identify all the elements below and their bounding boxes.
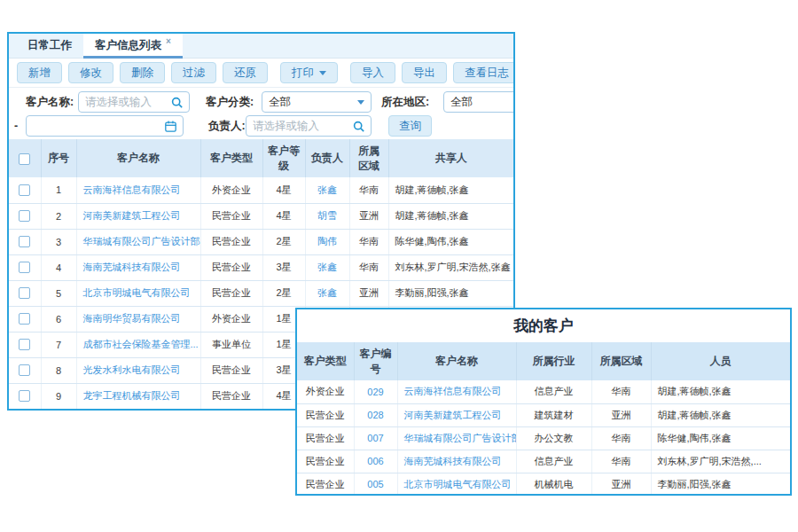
search-icon[interactable] [171,97,183,108]
search-icon[interactable] [353,121,364,132]
tab-daily-work[interactable]: 日常工作 [16,34,83,58]
customer-no-link[interactable]: 029 [354,380,397,403]
tab-label: 客户信息列表 [95,38,161,53]
owner-link[interactable]: 胡雪 [305,203,349,229]
print-button[interactable]: 打印 [280,62,338,83]
customer-name-link[interactable]: 云南海祥信息有限公司 [397,380,516,403]
col-header-region: 所属 区域 [349,139,388,177]
category-select[interactable]: 全部 [262,91,372,113]
calendar-icon[interactable] [165,121,176,132]
customer-name-link[interactable]: 海南明华贸易有限公司 [76,306,200,332]
chevron-down-icon [357,100,364,105]
people-cell: 李勤丽,阳强,张鑫 [651,473,790,496]
customer-name-link[interactable]: 华瑞城有限公司广告设计部 [76,229,200,254]
customer-level-cell: 4星 [262,203,305,229]
row-checkbox[interactable] [19,287,30,299]
customer-name-link[interactable]: 龙宇工程机械有限公司 [76,383,200,409]
row-checkbox[interactable] [19,236,30,247]
customer-type-cell: 民营企业 [200,254,262,280]
customer-type-cell: 外资企业 [297,380,354,403]
col-header-customer-name: 客户名称 [76,139,200,177]
view-log-button[interactable]: 查看日志 [453,62,515,83]
row-checkbox[interactable] [19,184,30,196]
customer-name-link[interactable]: 河南美新建筑工程公司 [397,403,516,426]
row-number-cell: 3 [41,229,76,254]
industry-cell: 建筑建材 [516,403,591,426]
row-select-cell [9,203,41,229]
customer-type-cell: 外资企业 [200,306,262,332]
row-number-cell: 4 [41,254,76,280]
customer-type-cell: 民营企业 [297,403,354,426]
row-number-cell: 2 [41,203,76,229]
row-checkbox[interactable] [19,210,30,222]
delete-button[interactable]: 删除 [120,62,165,83]
row-checkbox[interactable] [19,390,30,402]
row-checkbox[interactable] [19,364,30,376]
region-cell: 亚洲 [591,473,651,496]
col-header-customer-level: 客户等 级 [262,139,305,177]
select-all-checkbox[interactable] [19,153,30,165]
row-select-cell [9,357,41,383]
owner-link[interactable]: 张鑫 [305,280,349,306]
customer-name-link[interactable]: 云南海祥信息有限公司 [76,177,200,203]
customer-name-link[interactable]: 华瑞城有限公司广告设计部 [397,426,516,450]
restore-button[interactable]: 还原 [223,62,268,83]
my-customers-table: 客户类型 客户编 号 客户名称 所属行业 所属区域 人员 外资企业029云南海祥… [297,342,790,496]
chevron-down-icon [319,71,326,75]
filter-area: 客户名称: 请选择或输入 客户分类: 全部 所在地区: 全部 - 负责人: 请选… [9,88,513,139]
col-header-customer-type: 客户类型 [200,139,262,177]
customer-name-link[interactable]: 光发水利水电有限公司 [76,357,200,383]
close-icon[interactable]: × [166,36,171,46]
row-checkbox[interactable] [19,313,30,325]
table-row: 民营企业005北京市明城电气有限公司机械机电亚洲李勤丽,阳强,张鑫 [297,473,790,496]
customer-type-cell: 外资企业 [200,177,262,203]
customer-name-link[interactable]: 海南芜城科技有限公司 [76,254,200,280]
filter-button[interactable]: 过滤 [171,62,216,83]
region-cell: 华南 [591,380,651,403]
import-button[interactable]: 导入 [350,62,395,83]
owner-link[interactable]: 张鑫 [305,177,349,203]
customer-level-cell: 4星 [262,177,305,203]
table-row: 3华瑞城有限公司广告设计部民营企业2星陶伟华南陈华健,陶伟,张鑫 [9,229,513,254]
owner-input[interactable]: 请选择或输入 [246,115,372,137]
customer-name-link[interactable]: 成都市社会保险基金管理... [76,332,200,357]
edit-button[interactable]: 修改 [68,62,113,83]
row-checkbox[interactable] [19,262,30,273]
owner-link[interactable]: 陶伟 [305,229,349,254]
customer-name-link[interactable]: 北京市明城电气有限公司 [76,280,200,306]
customer-name-link[interactable]: 海南芜城科技有限公司 [397,450,516,473]
customer-type-cell: 事业单位 [200,332,262,357]
add-button[interactable]: 新增 [17,62,62,83]
customer-no-link[interactable]: 028 [354,403,397,426]
table-header-row: 序号 客户名称 客户类型 客户等 级 负责人 所属 区域 共享人 [9,139,513,177]
customer-no-link[interactable]: 006 [354,450,397,473]
customer-no-link[interactable]: 005 [354,473,397,496]
customer-no-link[interactable]: 007 [354,426,397,450]
customer-name-link[interactable]: 北京市明城电气有限公司 [397,473,516,496]
panel-title: 我的客户 [297,309,790,342]
toolbar: 新增 修改 删除 过滤 还原 打印 导入 导出 查看日志 [9,59,513,88]
query-button[interactable]: 查询 [388,115,432,137]
row-number-cell: 7 [41,332,76,357]
customer-type-cell: 民营企业 [200,383,262,409]
customer-type-cell: 民营企业 [297,450,354,473]
table-header-row: 客户类型 客户编 号 客户名称 所属行业 所属区域 人员 [297,342,790,380]
export-button[interactable]: 导出 [402,62,447,83]
tab-customer-list[interactable]: 客户信息列表 × [83,34,183,58]
region-cell: 华南 [591,426,651,450]
people-cell: 胡建,蒋德帧,张鑫 [651,403,790,426]
region-cell: 华南 [591,450,651,473]
region-cell: 亚洲 [349,280,388,306]
tab-bar: 日常工作 客户信息列表 × [9,34,513,59]
row-select-cell [9,332,41,357]
customer-name-link[interactable]: 河南美新建筑工程公司 [76,203,200,229]
region-select[interactable]: 全部 [443,91,515,113]
row-checkbox[interactable] [19,339,30,350]
date-input[interactable] [26,115,184,137]
col-header-region: 所属区域 [591,342,651,380]
row-select-cell [9,177,41,203]
customer-name-input[interactable]: 请选择或输入 [78,91,190,113]
customer-type-cell: 民营企业 [297,426,354,450]
owner-link[interactable]: 张鑫 [305,254,349,280]
shared-people-cell: 胡建,蒋德帧,张鑫 [388,177,513,203]
